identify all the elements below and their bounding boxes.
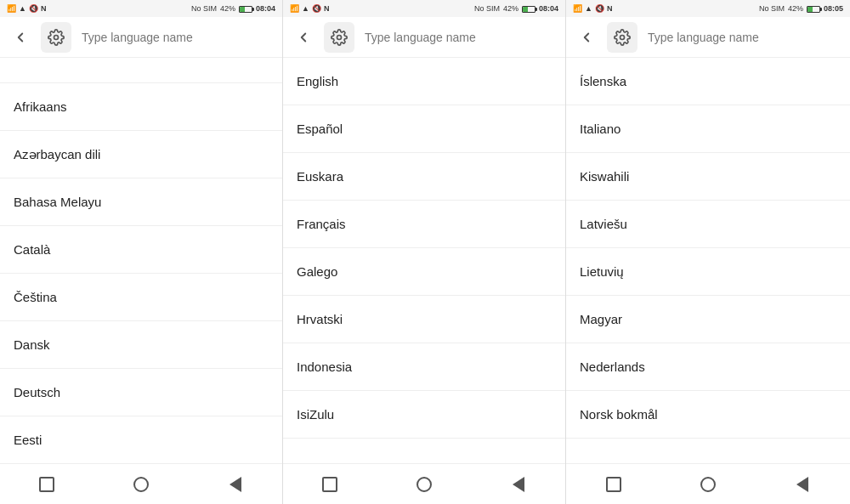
language-item[interactable]: Magyar	[566, 296, 850, 343]
nav-recents-button[interactable]	[30, 467, 64, 501]
search-input[interactable]	[78, 24, 275, 51]
time: 08:04	[256, 4, 275, 13]
status-left-icons: 📶 ▲ 🔇 N	[573, 4, 612, 13]
status-left-icons: 📶 ▲ 🔇 N	[7, 4, 46, 13]
status-left-icons: 📶 ▲ 🔇 N	[290, 4, 329, 13]
language-list: ÍslenskaItalianoKiswahiliLatviešuLietuvi…	[566, 58, 850, 463]
language-item[interactable]: Afrikaans	[0, 83, 282, 131]
language-item[interactable]: English	[283, 58, 565, 105]
battery-icon	[239, 4, 252, 14]
square-icon	[322, 477, 337, 492]
toolbar	[566, 17, 850, 58]
nav-home-button[interactable]	[691, 467, 725, 501]
language-item[interactable]: Italiano	[566, 105, 850, 153]
circle-icon	[416, 477, 432, 492]
back-button[interactable]	[290, 24, 317, 51]
n-icon: N	[607, 4, 613, 13]
battery-percent: 42%	[503, 4, 518, 13]
language-item[interactable]: Español	[283, 105, 565, 153]
sim-text: No SIM	[759, 4, 785, 13]
language-item[interactable]: Azərbaycan dili	[0, 131, 282, 178]
wifi-icon: 📶	[290, 4, 299, 13]
svg-point-0	[54, 35, 59, 39]
search-input[interactable]	[644, 24, 843, 51]
wifi-icon: 📶	[573, 4, 582, 13]
language-item[interactable]: IsiZulu	[283, 391, 565, 439]
language-item[interactable]: Nederlands	[566, 343, 850, 391]
back-triangle-icon	[230, 477, 241, 492]
svg-point-1	[337, 35, 342, 39]
language-item[interactable]: Euskara	[283, 153, 565, 201]
battery-percent: 42%	[220, 4, 235, 13]
time: 08:05	[824, 4, 843, 13]
signal-icon: ▲	[585, 4, 592, 13]
language-item[interactable]: Kiswahili	[566, 153, 850, 201]
language-list: AfrikaansAzərbaycan diliBahasa MelayuCat…	[0, 58, 282, 463]
n-icon: N	[324, 4, 330, 13]
sim-text: No SIM	[474, 4, 500, 13]
language-list: EnglishEspañolEuskaraFrançaisGalegoHrvat…	[283, 58, 565, 463]
language-item[interactable]: Français	[283, 201, 565, 248]
nav-bar	[283, 463, 565, 504]
circle-icon	[133, 477, 149, 492]
battery-icon	[807, 4, 820, 14]
language-item[interactable]: Bahasa Melayu	[0, 178, 282, 226]
battery-icon	[522, 4, 536, 14]
no-sim-icon: 🔇	[29, 4, 38, 13]
language-item[interactable]: Dansk	[0, 321, 282, 369]
no-sim-icon: 🔇	[595, 4, 604, 13]
language-item[interactable]: Lietuvių	[566, 248, 850, 296]
square-icon	[39, 477, 54, 492]
nav-home-button[interactable]	[124, 467, 158, 501]
nav-recents-button[interactable]	[597, 467, 631, 501]
square-icon	[606, 477, 621, 492]
status-bar: 📶 ▲ 🔇 N No SIM 42% 08:04	[283, 0, 565, 17]
language-item[interactable]: Deutsch	[0, 369, 282, 416]
language-item[interactable]: Indonesia	[283, 343, 565, 391]
nav-recents-button[interactable]	[313, 467, 347, 501]
gear-button[interactable]	[324, 22, 354, 53]
signal-icon: ▲	[302, 4, 309, 13]
language-item[interactable]: Latviešu	[566, 201, 850, 248]
nav-back-button[interactable]	[502, 467, 536, 501]
back-triangle-icon	[513, 477, 524, 492]
nav-home-button[interactable]	[407, 467, 441, 501]
language-item[interactable]: Català	[0, 226, 282, 274]
back-triangle-icon	[796, 477, 808, 492]
sim-text: No SIM	[191, 4, 217, 13]
nav-back-button[interactable]	[785, 467, 819, 501]
language-item[interactable]: Čeština	[0, 274, 282, 321]
status-bar: 📶 ▲ 🔇 N No SIM 42% 08:05	[566, 0, 850, 17]
gear-button[interactable]	[41, 22, 71, 53]
time: 08:04	[539, 4, 558, 13]
no-sim-icon: 🔇	[312, 4, 321, 13]
wifi-icon: 📶	[7, 4, 16, 13]
language-item[interactable]: Galego	[283, 248, 565, 296]
n-icon: N	[41, 4, 47, 13]
svg-point-2	[620, 35, 625, 39]
panel-3: 📶 ▲ 🔇 N No SIM 42% 08:05 ÍslenskaItalian…	[566, 0, 850, 504]
panel-1: 📶 ▲ 🔇 N No SIM 42% 08:04 AfrikaansAzərba…	[0, 0, 283, 504]
language-item[interactable]: Eesti	[0, 416, 282, 463]
signal-icon: ▲	[19, 4, 26, 13]
back-button[interactable]	[573, 24, 600, 51]
back-button[interactable]	[7, 24, 34, 51]
status-bar: 📶 ▲ 🔇 N No SIM 42% 08:04	[0, 0, 282, 17]
language-item[interactable]: Norsk bokmål	[566, 391, 850, 439]
nav-bar	[566, 463, 850, 504]
language-item[interactable]: Hrvatski	[283, 296, 565, 343]
panel-2: 📶 ▲ 🔇 N No SIM 42% 08:04 EnglishEspañolE…	[283, 0, 566, 504]
partial-top-item	[0, 58, 282, 83]
circle-icon	[700, 477, 716, 492]
battery-percent: 42%	[788, 4, 803, 13]
nav-bar	[0, 463, 282, 504]
toolbar	[283, 17, 565, 58]
gear-button[interactable]	[607, 22, 638, 53]
search-input[interactable]	[361, 24, 558, 51]
language-item[interactable]: Íslenska	[566, 58, 850, 105]
nav-back-button[interactable]	[218, 467, 252, 501]
toolbar	[0, 17, 282, 58]
